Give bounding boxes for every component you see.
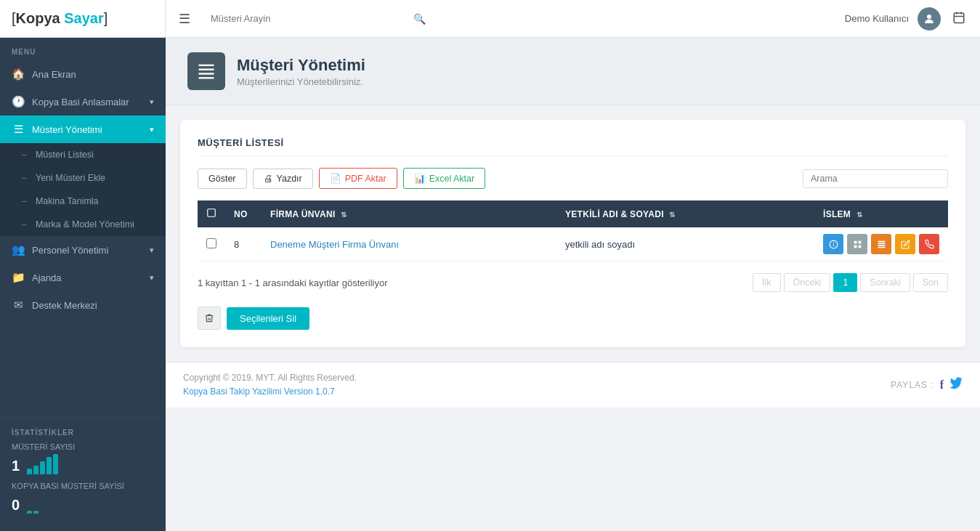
content-area: Müşteri Yönetimi Müşterilerinizi Yöneteb… [166,38,980,531]
sort-arrows-firma: ⇅ [341,211,347,219]
page-header-icon [187,52,225,90]
twitter-icon[interactable] [949,377,963,394]
sidebar-subitem-marka-model[interactable]: – Marka & Model Yönetimi [0,213,166,236]
sort-arrows-yetkili: ⇅ [669,211,675,219]
stats-label: İSTATİSTİKLER [12,429,154,437]
footer: Copyright © 2019. MYT. All Rights Reserv… [166,362,980,408]
svg-rect-8 [199,77,214,78]
page-btn-onceki[interactable]: Önceki [784,273,831,292]
sidebar-item-label: Müsteri Yönetimi [32,124,142,135]
firma-link[interactable]: Deneme Müşteri Firma Ünvanı [270,239,399,250]
sort-arrows-islem: ⇅ [857,211,862,219]
sidebar-item-kopya-basi[interactable]: 🕐 Kopya Basi Anlasmalar ▾ [0,88,166,115]
page-subtitle: Müşterilerinizi Yönetebilirsiniz. [237,76,365,87]
col-yetkili[interactable]: YETKİLİ ADI & SOYADI ⇅ [556,200,814,227]
avatar[interactable] [918,7,941,31]
page-btn-ilk[interactable]: İlk [753,273,781,292]
grid-button[interactable] [847,234,867,254]
mail-icon: ✉ [12,299,25,312]
sidebar-subitem-musteri-listesi[interactable]: – Müsteri Listesi [0,143,166,166]
search-icon-button[interactable]: 🔍 [410,10,429,28]
sidebar-item-ana-ekran[interactable]: 🏠 Ana Ekran [0,60,166,88]
page-btn-son[interactable]: Son [913,273,948,292]
table-search-input[interactable] [803,169,948,188]
edit-button[interactable] [895,234,915,254]
excel-aktar-button[interactable]: 📊 Excel Aktar [403,168,486,189]
excel-icon: 📊 [414,173,426,184]
menu-label: MENU [0,38,166,60]
sidebar-item-musteri-yonetimi[interactable]: ☰ Müsteri Yönetimi ▾ [0,115,166,143]
subitem-label: Makina Tanimla [36,196,99,206]
info-button[interactable] [823,234,843,254]
search-input[interactable] [211,13,410,24]
kopya-basi-label: KOPYA BASI MÜSTERİ SAYİSİ [12,482,154,490]
musteri-sayisi-stat: MÜSTERİ SAYISI 1 [12,442,154,474]
pagination-buttons: İlk Önceki 1 Sonraki Son [753,273,948,292]
pdf-aktar-button[interactable]: 📄 PDF Aktar [319,168,397,189]
musteri-sayisi-label: MÜSTERİ SAYISI [12,442,154,451]
card-title: MÜŞTERİ LİSTESİ [198,137,948,156]
row-checkbox[interactable] [206,238,216,248]
calendar-button[interactable] [949,8,968,30]
sidebar-item-label: Ana Ekran [32,69,154,80]
footer-version-link[interactable]: Kopya Basi Takip Yazilimi Version 1.0.7 [183,386,335,397]
svg-rect-15 [854,245,857,248]
kopya-basi-stat: KOPYA BASI MÜSTERİ SAYİSİ 0 [12,482,154,514]
pagination-row: 1 kayıttan 1 - 1 arasındaki kayıtlar gös… [198,273,948,292]
table-row: 8 Deneme Müşteri Firma Ünvanı yetkili ad… [198,227,948,262]
bar-chart [27,454,58,474]
delete-row: Seçilenleri Sil [198,307,948,330]
page-btn-sonraki[interactable]: Sonraki [860,273,910,292]
svg-rect-16 [858,245,861,248]
kopya-basi-value: 0 [12,497,20,514]
musteri-table: NO FİRMA ÜNVANI ⇅ YETKİLİ ADI & SOYADI ⇅… [198,200,948,262]
home-icon: 🏠 [12,68,25,81]
row-actions [814,227,948,262]
musteri-card: MÜŞTERİ LİSTESİ Göster 🖨 Yazdır 📄 PDF Ak… [180,120,965,347]
musteri-submenu: – Müsteri Listesi – Yeni Müsteri Ekle – … [0,143,166,236]
musteri-sayisi-value: 1 [12,458,20,474]
yazdir-button[interactable]: 🖨 Yazdır [253,169,313,189]
bar-4 [46,457,52,474]
delete-selected-button[interactable]: Seçilenleri Sil [227,307,309,330]
sidebar-item-personel[interactable]: 👥 Personel Yönetimi ▾ [0,236,166,264]
svg-rect-13 [854,240,857,243]
navbar-right: Demo Kullanıcı [845,7,980,31]
phone-button[interactable] [919,234,939,254]
col-firma[interactable]: FİRMA ÜNVANI ⇅ [262,200,556,227]
goster-button[interactable]: Göster [198,169,247,189]
chevron-down-icon: ▾ [150,97,154,107]
orange-button[interactable] [871,234,891,254]
table-header: NO FİRMA ÜNVANI ⇅ YETKİLİ ADI & SOYADI ⇅… [198,200,948,227]
kopya-bar-chart [27,493,39,514]
pdf-icon: 📄 [330,173,341,184]
sidebar-stats: İSTATİSTİKLER MÜSTERİ SAYISI 1 KOPYA BAS… [0,418,166,531]
row-yetkili: yetkili adı soyadı [556,227,814,262]
sidebar-item-label: Destek Merkezi [32,300,154,311]
print-icon: 🖨 [264,174,273,184]
svg-point-0 [927,15,931,19]
svg-rect-17 [878,240,885,242]
list-icon: ☰ [12,123,25,136]
facebook-icon[interactable]: f [940,378,944,392]
svg-rect-18 [878,243,885,244]
svg-rect-5 [199,65,214,66]
col-islem[interactable]: İSLEM ⇅ [814,200,948,227]
table-body: 8 Deneme Müşteri Firma Ünvanı yetkili ad… [198,227,948,262]
sidebar-item-destek[interactable]: ✉ Destek Merkezi [0,291,166,319]
footer-right: PAYLAS : f [891,377,963,394]
brand-logo: [Kopya Sayar] [12,10,108,27]
bar-5 [53,454,58,474]
sidebar-item-label: Ajanda [32,272,142,283]
svg-rect-14 [858,240,861,243]
chevron-down-icon: ▾ [150,273,154,283]
hamburger-button[interactable]: ☰ [166,0,203,37]
sidebar-subitem-makina-tanimla[interactable]: – Makina Tanimla [0,190,166,213]
page-btn-1[interactable]: 1 [833,273,857,292]
sidebar-item-ajanda[interactable]: 📁 Ajanda ▾ [0,264,166,291]
trash-icon-button[interactable] [198,307,221,330]
sidebar-subitem-yeni-musteri[interactable]: – Yeni Müsteri Ekle [0,166,166,190]
main-layout: MENU 🏠 Ana Ekran 🕐 Kopya Basi Anlasmalar… [0,38,980,531]
chevron-down-icon: ▾ [150,125,154,134]
sidebar-item-label: Personel Yönetimi [32,245,142,256]
